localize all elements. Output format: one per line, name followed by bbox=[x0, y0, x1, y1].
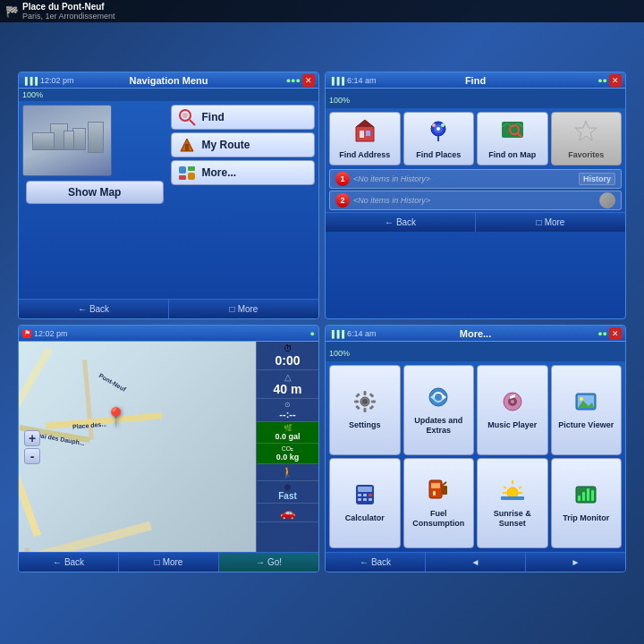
nav-title-bar: ▐▐▐ 12:02 pm Navigation Menu ●●● ✕ bbox=[19, 72, 318, 89]
nav-signal: ●●● bbox=[286, 76, 301, 85]
mapview-go-label: Go! bbox=[267, 557, 282, 567]
svg-rect-53 bbox=[433, 491, 436, 496]
nav-close-button[interactable]: ✕ bbox=[302, 74, 315, 87]
info-time-icon-row: ⏱ bbox=[284, 343, 292, 353]
svg-point-38 bbox=[511, 400, 514, 403]
back-icon: ← bbox=[78, 304, 87, 314]
more-square-icon: □ bbox=[230, 304, 235, 314]
find-more-icon: □ bbox=[537, 217, 542, 227]
nav-find-button[interactable]: Find bbox=[171, 105, 316, 130]
history-num-2: 2 bbox=[335, 193, 350, 208]
history-btn-1[interactable]: History bbox=[579, 173, 615, 185]
mapview-title-bar-right: ● bbox=[310, 329, 315, 338]
svg-line-58 bbox=[519, 487, 521, 488]
trip-monitor-button[interactable]: Trip Monitor bbox=[551, 458, 623, 548]
more-back-button[interactable]: ← Back bbox=[326, 553, 426, 572]
svg-point-41 bbox=[580, 397, 583, 401]
mapview-signal: ● bbox=[310, 329, 315, 338]
nav-myroute-button[interactable]: My Route bbox=[171, 132, 316, 157]
svg-marker-22 bbox=[575, 121, 597, 140]
mapview-more-button[interactable]: □ More bbox=[119, 553, 219, 572]
mapview-back-label: Back bbox=[64, 557, 84, 567]
mapview-go-button[interactable]: → Go! bbox=[219, 553, 318, 572]
picture-viewer-icon bbox=[574, 390, 597, 419]
panel-nav: ▐▐▐ 12:02 pm Navigation Menu ●●● ✕ 100% bbox=[18, 72, 319, 319]
find-address-icon bbox=[352, 118, 377, 148]
find-more-button[interactable]: □ More bbox=[476, 213, 625, 232]
svg-line-57 bbox=[504, 487, 506, 488]
more-signal: ●● bbox=[597, 329, 607, 338]
find-on-map-button[interactable]: Find on Map bbox=[477, 112, 548, 165]
nav-back-button[interactable]: ← Back bbox=[19, 300, 169, 318]
calculator-icon bbox=[353, 483, 377, 512]
mapview-time: 12:02 pm bbox=[34, 329, 68, 338]
music-player-button[interactable]: Music Player bbox=[477, 365, 548, 455]
find-address-button[interactable]: Find Address bbox=[329, 112, 401, 165]
route-info-panel: ⏱ 0:00 △ 40 m ⊙ --:-- 🌿 0.0 gal CO₂ bbox=[256, 342, 318, 552]
nav-map-thumbnail[interactable] bbox=[22, 105, 112, 176]
more-title-bar-right: ●● ✕ bbox=[597, 327, 622, 340]
zoom-in-button[interactable]: + bbox=[24, 430, 40, 446]
nav-back-label: Back bbox=[89, 304, 109, 314]
show-map-button[interactable]: Show Map bbox=[26, 181, 164, 204]
find-back-icon: ← bbox=[385, 217, 394, 227]
more-next-icon: ► bbox=[572, 557, 580, 567]
calculator-label: Calculator bbox=[345, 513, 385, 523]
svg-rect-45 bbox=[358, 494, 361, 496]
building-3 bbox=[32, 132, 55, 150]
picture-viewer-button[interactable]: Picture Viewer bbox=[551, 365, 623, 455]
find-icon bbox=[177, 107, 197, 127]
nav-myroute-label: My Route bbox=[202, 139, 250, 151]
more-next-button[interactable]: ► bbox=[526, 553, 625, 572]
map-view-area[interactable]: Pont-Neuf Place des... Quai des Dauph...… bbox=[19, 342, 318, 552]
svg-rect-50 bbox=[369, 498, 372, 501]
find-grid: Find Address Find Places bbox=[326, 108, 625, 169]
more-percent: 100% bbox=[329, 349, 350, 358]
settings-icon bbox=[353, 390, 377, 419]
svg-rect-63 bbox=[578, 496, 580, 501]
nav-more2-button[interactable]: □ More bbox=[169, 300, 318, 318]
svg-point-18 bbox=[441, 123, 445, 127]
info-co2-row: CO₂ 0.0 kg bbox=[257, 444, 318, 464]
svg-rect-11 bbox=[366, 131, 370, 136]
mapview-back-button[interactable]: ← Back bbox=[19, 553, 119, 572]
zoom-out-button[interactable]: - bbox=[24, 448, 40, 464]
nav-bottom-bar: ← Back □ More bbox=[19, 299, 318, 318]
more-battery: ▐▐▐ bbox=[329, 329, 344, 338]
more-back-label: Back bbox=[371, 557, 391, 567]
svg-rect-48 bbox=[358, 498, 361, 501]
svg-rect-52 bbox=[431, 483, 440, 488]
music-player-icon bbox=[501, 390, 524, 419]
info-dist-value: 40 m bbox=[274, 382, 302, 396]
co2-label: CO₂ bbox=[282, 445, 294, 453]
sunrise-label: Sunrise & Sunset bbox=[479, 509, 546, 529]
find-close-button[interactable]: ✕ bbox=[609, 74, 622, 87]
favorites-button[interactable]: Favorites bbox=[551, 112, 623, 165]
fuel-consumption-button[interactable]: Fuel Consumption bbox=[403, 458, 475, 548]
sunrise-sunset-icon bbox=[501, 479, 524, 507]
updates-button[interactable]: Updates and Extras bbox=[403, 365, 475, 455]
myroute-icon bbox=[177, 135, 197, 155]
nav-more-button[interactable]: More... bbox=[171, 160, 316, 185]
find-places-button[interactable]: Find Places bbox=[403, 112, 475, 165]
walk-icon: 🚶 bbox=[281, 466, 294, 479]
more-bottom-bar: ← Back ◄ ► bbox=[326, 552, 625, 572]
info-eta-row: ⊙ --:-- bbox=[257, 399, 318, 422]
find-back-button[interactable]: ← Back bbox=[326, 213, 476, 232]
history-rows: 1 <No items in History> History 2 <No it… bbox=[326, 169, 625, 212]
history-text-2: <No items in History> bbox=[353, 196, 596, 205]
find-address-label: Find Address bbox=[339, 150, 390, 159]
calculator-button[interactable]: Calculator bbox=[329, 458, 401, 548]
svg-rect-5 bbox=[179, 166, 186, 174]
car-icon: 🚗 bbox=[280, 505, 295, 520]
history-thumb-2 bbox=[599, 192, 615, 208]
nav-battery: ▐▐▐ bbox=[22, 76, 38, 85]
svg-rect-66 bbox=[591, 490, 594, 501]
svg-rect-25 bbox=[363, 391, 366, 395]
more-close-button[interactable]: ✕ bbox=[609, 327, 622, 340]
svg-rect-26 bbox=[363, 408, 366, 412]
sunrise-sunset-button[interactable]: Sunrise & Sunset bbox=[477, 458, 548, 548]
find-signal: ●● bbox=[597, 76, 607, 85]
settings-button[interactable]: Settings bbox=[329, 365, 401, 455]
more-prev-button[interactable]: ◄ bbox=[426, 553, 526, 572]
